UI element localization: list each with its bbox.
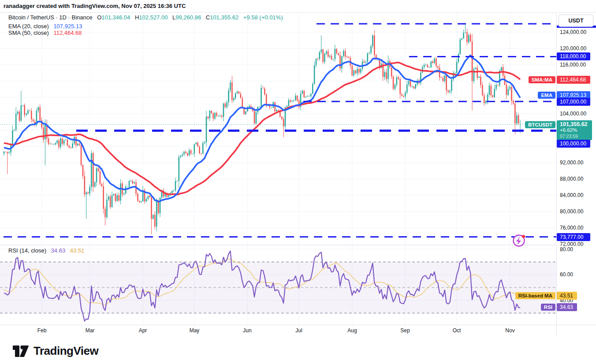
sma-legend-value: 112,464.68 [53,30,82,36]
tradingview-published-chart: { "header": { "watermark": "ranadagger c… [0,0,596,364]
price-axis-label: 92,000.00 [560,160,583,166]
price-chart-canvas[interactable] [0,0,596,364]
rsi-ma-legend-value: 43.51 [70,247,85,254]
ema-line-tag: EMA [538,92,555,99]
tradingview-logo-text: TradingView [34,344,98,358]
ohlc-open-label: O [97,14,101,21]
ohlc-high-value: 102,527.00 [139,14,168,21]
rsi-axis-label: 80.00 [560,246,573,253]
sma-line [4,63,520,195]
level-badge-107000: 107,000.00 [557,98,590,106]
symbol-title: Bitcoin / TetherUS · 1D · Binance [8,14,93,21]
level-badge-118000: 118,000.00 [557,52,590,60]
sma-legend-row[interactable]: SMA (50, close) 112,464.68 [8,30,82,36]
price-axis-label: 84,000.00 [560,192,583,198]
price-axis-label: 104,000.00 [560,111,586,117]
rsi-value-badge: 34.63 [557,303,577,311]
bar-countdown: 07:23:59 [560,134,592,139]
tradingview-logo-mark [12,343,29,359]
price-axis-divider [556,12,557,336]
pane-divider [0,245,556,245]
time-axis-month-label: Aug [347,327,357,334]
time-axis-month-label: May [190,327,200,334]
price-axis-label: 116,000.00 [560,62,586,68]
level-badge-100000: 100,000.00 [557,140,590,148]
sma-legend-label: SMA (50, close) [8,30,49,36]
time-axis-month-label: Apr [139,327,147,334]
time-axis-month-label: Mar [86,327,95,334]
ohlc-open-value: 101,346.04 [101,14,130,21]
time-axis-month-label: Oct [453,327,461,334]
price-axis-label: 124,000.00 [560,29,586,35]
rsi-axis-label: 60.00 [560,271,573,278]
rsi-ma-line-tag: RSI-based MA [515,292,555,299]
chart-watermark: ranadagger created with TradingView.com,… [4,3,186,9]
symbol-legend-row[interactable]: Bitcoin / TetherUS · 1D · Binance O101,3… [8,14,283,21]
rsi-legend-label: RSI (14, close) [8,247,46,254]
time-axis-month-label: Jul [295,327,302,334]
ema-legend-row[interactable]: EMA (20, close) 107,925.13 [8,23,82,30]
symbol-price-tag: BTCUSDT [525,121,555,128]
rsi-ma-value-badge: 43.51 [557,292,577,300]
notification-dot [522,235,525,238]
level-badge-73777: 73,777.00 [557,233,590,241]
ohlc-low-value: 99,260.86 [175,14,201,21]
time-axis-month-label: Nov [505,327,514,334]
price-axis-label: 120,000.00 [560,45,586,52]
ema-legend-label: EMA (20, close) [8,23,49,30]
rsi-legend-value: 34.63 [51,247,66,254]
ema-legend-value: 107,925.13 [53,23,82,30]
sma-value-badge: 112,464.68 [557,76,590,84]
time-axis-month-label: Jun [243,327,251,334]
ohlc-close-label: C [206,14,210,21]
boost-flash-icon[interactable] [511,232,527,248]
ohlc-change-value: +9.58 (+0.01%) [243,14,283,21]
rsi-legend-row[interactable]: RSI (14, close) 34.63 43.51 [8,247,84,254]
tradingview-logo[interactable]: TradingView [12,343,98,359]
time-axis-month-label: Sep [400,327,410,334]
time-axis-month-label: Feb [37,327,47,334]
ema-line [4,56,520,202]
last-price-value: 101,355.62 [560,121,592,127]
ohlc-high-label: H [135,14,139,21]
last-price-change: +6.62% [560,127,592,133]
price-axis-label: 76,000.00 [560,225,583,231]
last-price-badge: 101,355.62 +6.62% 07:23:59 [557,120,592,140]
candlestick-series [4,23,521,234]
sma-line-tag: SMA:MA [529,76,555,83]
header-divider [0,12,596,13]
price-axis-label: 80,000.00 [560,208,583,215]
time-axis-divider [0,325,596,325]
price-axis-label: 88,000.00 [560,176,583,182]
currency-toggle-button[interactable]: USDT [559,15,593,27]
rsi-line-tag: RSI [541,304,555,311]
ohlc-close-value: 101,355.62 [210,14,238,21]
